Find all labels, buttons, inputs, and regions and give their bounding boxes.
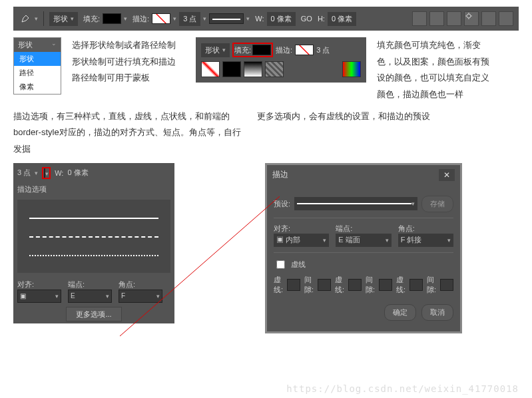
desc-line-2: 形状绘制可进行填充和描边: [72, 54, 185, 71]
pen-tool-icon[interactable]: [19, 12, 32, 25]
stroke-style-highlight: ▾: [42, 167, 51, 179]
path-ops-icon-3[interactable]: [447, 11, 461, 26]
stroke-dialog: 描边 ✕ 预设: ▾ 存储 对齐:▣ 内部▾ 端点:E 端面▾ 角点:F 斜接▾…: [265, 163, 462, 333]
line-dotted[interactable]: [24, 248, 164, 262]
dlg-cap-select[interactable]: E 端面▾: [336, 234, 391, 247]
pattern-fill-icon[interactable]: [265, 61, 284, 77]
dlg-save-button[interactable]: 存储: [421, 196, 453, 212]
menu-item-path[interactable]: 路径: [14, 66, 61, 80]
sp-align-select[interactable]: ▣▾: [17, 290, 61, 303]
width-input[interactable]: 0 像素: [267, 12, 296, 26]
fill-type-row: [201, 61, 361, 77]
dash-input-2[interactable]: [348, 279, 362, 291]
mini-pts: 3 点: [316, 45, 330, 55]
gap-input-1[interactable]: [318, 279, 331, 291]
shape-desc-text: 选择形状绘制或者路径绘制 形状绘制可进行填充和描边 路径绘制可用于蒙板: [72, 37, 185, 87]
dlg-dash1-lbl: 虚线:: [274, 275, 283, 295]
sp-cap-select[interactable]: E▾: [68, 290, 112, 303]
fill-highlight: 填充:: [232, 43, 273, 57]
stroke-width-dropdown[interactable]: 3 点: [179, 12, 200, 26]
stroke-options-panel: 3 点▾ ▾ W: 0 像素 描边选项 对齐:▣▾ 端点:E▾ 角点:F▾ 更多…: [13, 163, 174, 323]
sp-corner-select[interactable]: F▾: [119, 290, 162, 303]
shape-mode-menu: 形状⌄ 形状 路径 像素: [13, 37, 61, 95]
mini-stroke-label: 描边:: [276, 45, 292, 55]
height-value: 0 像素: [332, 14, 352, 24]
solid-fill-icon[interactable]: [222, 61, 241, 77]
shape-menu-head-label: 形状: [18, 40, 33, 50]
gap-input-3[interactable]: [440, 279, 453, 291]
dialog-titlebar: 描边 ✕: [267, 165, 460, 185]
dlg-dash2-lbl: 虚线:: [335, 275, 344, 295]
width-label: W:: [255, 15, 264, 23]
dlg-cap-lbl: 端点:: [336, 224, 391, 234]
mini-shape-dd[interactable]: 形状▾: [201, 43, 230, 57]
stroke-swatch[interactable]: [152, 13, 170, 24]
gear-icon[interactable]: [464, 11, 479, 26]
dlg-corner-lbl: 角点:: [398, 224, 453, 234]
dash-input-1[interactable]: [287, 279, 300, 291]
more-options-button[interactable]: 更多选项...: [66, 307, 121, 321]
align-icon[interactable]: [499, 11, 513, 26]
pts-chevron[interactable]: ▾: [203, 15, 206, 22]
mini-fill-label: 填充:: [234, 45, 251, 55]
dlg-gap3-lbl: 间隙:: [427, 275, 436, 295]
sp-align-lbl: 对齐:: [17, 280, 61, 290]
svg-point-0: [467, 14, 471, 18]
dlg-corner-select[interactable]: F 斜接▾: [398, 234, 453, 247]
height-label: H:: [318, 15, 325, 23]
color-picker-icon[interactable]: [342, 61, 361, 77]
dashed-checkbox[interactable]: [276, 260, 285, 269]
line-solid[interactable]: [24, 210, 164, 225]
mini-fill-swatch[interactable]: [252, 45, 271, 55]
menu-item-pixel[interactable]: 像素: [14, 80, 61, 94]
fill-chevron[interactable]: ▾: [124, 15, 127, 22]
main-options-bar: ▾ 形状▾ 填充: ▾ 描边: ▾ 3 点 ▾ ▾ W: 0 像素 GO H: …: [13, 7, 519, 31]
link-icon[interactable]: GO: [301, 15, 312, 23]
dlg-dashed-lbl: 虚线: [291, 260, 306, 270]
dlg-preset-lbl: 预设:: [274, 199, 290, 209]
menu-item-shape[interactable]: 形状: [14, 52, 61, 66]
sp-line-preview[interactable]: [44, 168, 45, 178]
dlg-cap-val: 端面: [346, 236, 360, 244]
add-anchor-icon[interactable]: [481, 11, 496, 26]
fill-panel: 形状▾ 填充: 描边: 3 点: [196, 37, 366, 83]
close-icon[interactable]: ✕: [439, 169, 455, 181]
desc-line-1: 选择形状绘制或者路径绘制: [72, 37, 185, 54]
shape-mode-label: 形状: [53, 14, 68, 24]
dlg-corner-val: 斜接: [407, 236, 421, 244]
path-ops-icon-1[interactable]: [412, 11, 427, 26]
no-fill-icon[interactable]: [201, 61, 220, 77]
shape-mode-dropdown[interactable]: 形状▾: [49, 12, 78, 26]
points-value: 3 点: [183, 14, 196, 24]
stroke-chevron[interactable]: ▾: [173, 15, 176, 22]
gradient-fill-icon[interactable]: [244, 61, 262, 77]
stroke-style-preview[interactable]: [209, 13, 244, 24]
sp-cap-lbl: 端点:: [68, 280, 112, 290]
ok-button[interactable]: 确定: [384, 304, 416, 321]
dlg-preset-select[interactable]: ▾: [294, 197, 417, 210]
dlg-dash3-lbl: 虚线:: [396, 275, 405, 295]
dialog-title-text: 描边: [272, 169, 288, 181]
fill-desc-text: 填充颜色可填充纯色，渐变色，以及图案，颜色面板有预设的颜色，也可以填充自定义颜色…: [377, 37, 490, 103]
height-input[interactable]: 0 像素: [328, 12, 356, 26]
mini-stroke-swatch[interactable]: [295, 45, 314, 55]
sp-w-val: 0 像素: [67, 168, 88, 178]
path-ops-icon-2[interactable]: [429, 11, 444, 26]
stroke-label: 描边:: [133, 14, 149, 24]
sp-w-label: W:: [55, 169, 63, 177]
stroke-opts-text: 描边选项，有三种样式，直线，虚线，点状线，和前端的border-style对应的…: [13, 108, 246, 158]
sp-pts: 3 点: [17, 168, 31, 178]
shape-menu-head[interactable]: 形状⌄: [14, 38, 61, 52]
cancel-button[interactable]: 取消: [421, 304, 453, 321]
dlg-align-val: 内部: [286, 236, 300, 244]
style-chevron[interactable]: ▾: [246, 15, 250, 22]
sp-corner-lbl: 角点:: [119, 280, 162, 290]
line-dashed[interactable]: [24, 229, 164, 244]
gap-input-2[interactable]: [379, 279, 392, 291]
tool-chevron[interactable]: ▾: [35, 15, 38, 22]
sp-body: [17, 200, 170, 273]
dlg-align-select[interactable]: ▣ 内部▾: [274, 234, 329, 247]
more-opts-text: 更多选项内，会有虚线的设置，和描边的预设: [257, 108, 430, 125]
dash-input-3[interactable]: [409, 279, 423, 291]
fill-swatch[interactable]: [103, 13, 121, 24]
